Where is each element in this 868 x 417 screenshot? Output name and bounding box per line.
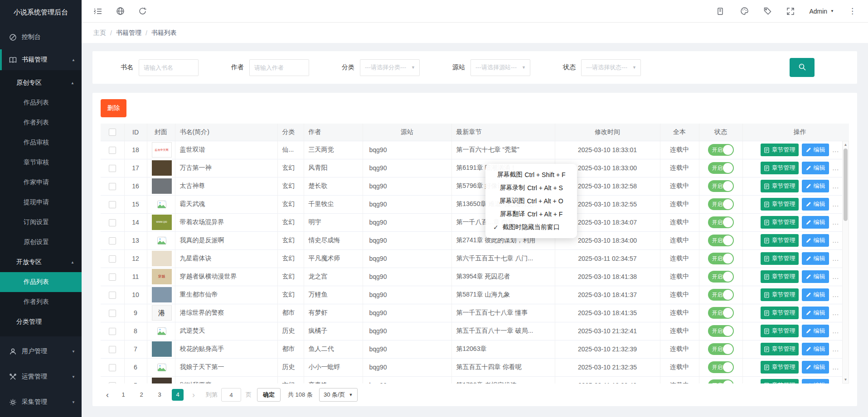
submenu-group-open[interactable]: 开放专区 ▲ [0, 252, 82, 272]
chapter-manage-button[interactable]: 章节管理 [761, 307, 799, 319]
edit-button[interactable]: 编辑 [802, 198, 829, 211]
author-input[interactable] [249, 59, 309, 76]
book-title[interactable]: 重生都市仙帝 [175, 286, 277, 304]
chapter-manage-button[interactable]: 章节管理 [761, 343, 799, 355]
status-toggle[interactable]: 开启 [708, 144, 734, 156]
status-toggle[interactable]: 开启 [708, 325, 734, 337]
more-actions[interactable]: ... [832, 164, 839, 172]
book-title[interactable]: 九星霸体诀 [175, 249, 277, 268]
row-checkbox[interactable] [109, 382, 116, 383]
sidebar-item-books[interactable]: 书籍管理 ▲ [0, 49, 82, 70]
more-actions[interactable]: ... [832, 146, 839, 153]
chapter-manage-button[interactable]: 章节管理 [761, 162, 799, 174]
more-actions[interactable]: ... [832, 327, 839, 335]
source-select[interactable]: ---请选择源站--- ▼ [470, 59, 530, 76]
scroll-down-icon[interactable]: ▼ [843, 378, 849, 382]
book-title[interactable]: 港综世界的警察 [175, 304, 277, 322]
page-button-1[interactable]: 1 [117, 389, 129, 401]
sidebar-item-writer-apply[interactable]: 作家申请 [0, 173, 82, 192]
edit-button[interactable]: 编辑 [802, 343, 829, 355]
book-title[interactable]: 万古第一神 [175, 159, 277, 177]
submenu-group-original[interactable]: 原创专区 ▲ [0, 73, 82, 93]
status-toggle[interactable]: 开启 [708, 198, 734, 210]
palette-icon[interactable] [740, 7, 749, 15]
sidebar-item-withdraw-apply[interactable]: 提现申请 [0, 192, 82, 212]
more-actions[interactable]: ... [832, 182, 839, 190]
book-title[interactable]: 我真的是反派啊 [175, 231, 277, 249]
breadcrumb-home[interactable]: 主页 [93, 29, 106, 37]
row-checkbox[interactable] [109, 237, 116, 244]
edit-button[interactable]: 编辑 [802, 144, 829, 156]
edit-button[interactable]: 编辑 [802, 180, 829, 192]
book-title[interactable]: 别叫我恶魔 [175, 376, 277, 383]
select-all-checkbox[interactable] [109, 129, 116, 136]
refresh-icon[interactable] [138, 7, 147, 15]
chapter-manage-button[interactable]: 章节管理 [761, 180, 799, 192]
edit-button[interactable]: 编辑 [802, 162, 829, 174]
collapse-menu-icon[interactable] [93, 7, 102, 15]
chapter-manage-button[interactable]: 章节管理 [761, 144, 799, 156]
page-button-4[interactable]: 4 [172, 389, 184, 401]
edit-button[interactable]: 编辑 [802, 325, 829, 337]
book-title[interactable]: 校花的贴身高手 [175, 340, 277, 358]
edit-button[interactable]: 编辑 [802, 307, 829, 319]
row-checkbox[interactable] [109, 147, 116, 154]
edit-button[interactable]: 编辑 [802, 234, 829, 247]
menu-item-screen-ocr[interactable]: 屏幕识图 Ctrl + Alt + O [485, 197, 577, 205]
category-select[interactable]: ---请选择分类--- ▼ [360, 59, 420, 76]
chapter-manage-button[interactable]: 章节管理 [761, 325, 799, 337]
sidebar-item-collect[interactable]: 采集管理 ▼ [0, 392, 82, 412]
goto-confirm-button[interactable]: 确定 [257, 388, 281, 402]
row-checkbox[interactable] [109, 346, 116, 353]
globe-icon[interactable] [116, 7, 125, 15]
status-toggle[interactable]: 开启 [708, 162, 734, 174]
chapter-manage-button[interactable]: 章节管理 [761, 270, 799, 283]
menu-item-screen-record[interactable]: 屏幕录制 Ctrl + Alt + S [485, 184, 577, 192]
sidebar-item-original-settings[interactable]: 原创设置 [0, 232, 82, 252]
chapter-manage-button[interactable]: 章节管理 [761, 198, 799, 211]
sidebar-item-chapter-review[interactable]: 章节审核 [0, 153, 82, 173]
more-actions[interactable]: ... [832, 291, 839, 298]
fullscreen-icon[interactable] [786, 7, 795, 15]
row-checkbox[interactable] [109, 255, 116, 263]
book-title[interactable]: 带着农场混异界 [175, 213, 277, 231]
book-title[interactable]: 武逆焚天 [175, 322, 277, 340]
status-select[interactable]: ---请选择状态--- ▼ [581, 59, 641, 76]
next-page-icon[interactable]: › [188, 390, 199, 400]
row-checkbox[interactable] [109, 219, 116, 226]
menu-item-screen-translate[interactable]: 屏幕翻译 Ctrl + Alt + F [485, 210, 577, 218]
reader-icon[interactable] [717, 7, 726, 15]
sidebar-item-work-review[interactable]: 作品审核 [0, 133, 82, 153]
edit-button[interactable]: 编辑 [802, 379, 829, 383]
more-actions[interactable]: ... [832, 309, 839, 316]
more-actions[interactable]: ... [832, 345, 839, 353]
status-toggle[interactable]: 开启 [708, 271, 734, 283]
book-title[interactable]: 太古神尊 [175, 177, 277, 195]
edit-button[interactable]: 编辑 [802, 288, 829, 301]
status-toggle[interactable]: 开启 [708, 235, 734, 246]
status-toggle[interactable]: 开启 [708, 289, 734, 301]
book-title[interactable]: 盖世双谐 [175, 141, 277, 159]
book-title[interactable]: 霸天武魂 [175, 195, 277, 213]
edit-button[interactable]: 编辑 [802, 216, 829, 229]
row-checkbox[interactable] [109, 364, 116, 371]
search-button[interactable] [790, 58, 815, 77]
prev-page-icon[interactable]: ‹ [102, 390, 113, 400]
row-checkbox[interactable] [109, 273, 116, 281]
more-menu-icon[interactable]: ⋮ [849, 6, 856, 16]
row-checkbox[interactable] [109, 310, 116, 317]
edit-button[interactable]: 编辑 [802, 252, 829, 265]
scrollbar-thumb[interactable] [844, 149, 848, 221]
sidebar-item-dashboard[interactable]: 控制台 [0, 27, 82, 48]
edit-button[interactable]: 编辑 [802, 361, 829, 374]
book-title[interactable]: 穿越者纵横动漫世界 [175, 268, 277, 286]
status-toggle[interactable]: 开启 [708, 253, 734, 264]
book-title[interactable]: 我娘子天下第一 [175, 358, 277, 376]
more-actions[interactable]: ... [832, 364, 839, 371]
delete-button[interactable]: 删除 [101, 99, 126, 117]
sidebar-item-open-works[interactable]: 作品列表 [0, 272, 82, 292]
status-toggle[interactable]: 开启 [708, 180, 734, 192]
book-title-input[interactable] [139, 59, 199, 76]
more-actions[interactable]: ... [832, 219, 839, 226]
sidebar-item-subscribe-settings[interactable]: 订阅设置 [0, 212, 82, 232]
